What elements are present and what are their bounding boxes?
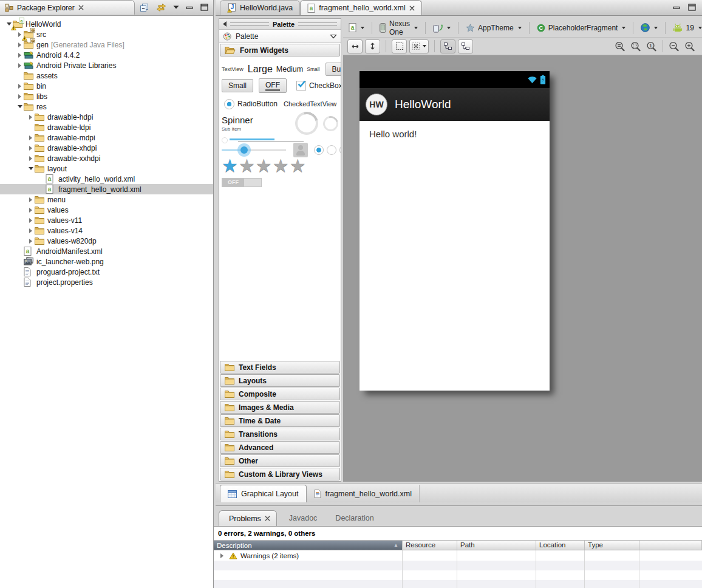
palette-medium-text[interactable]: Medium	[276, 65, 303, 74]
zoom-in-button[interactable]	[684, 41, 695, 52]
package-explorer-view-tab[interactable]: Package Explorer	[0, 0, 135, 15]
collapse-arrow-icon[interactable]	[16, 103, 24, 111]
tree-item-drawable-xhdpi[interactable]: drawable-xhdpi	[0, 143, 213, 153]
palette-radiobutton-label[interactable]: RadioButton	[237, 100, 278, 108]
zoom-100-button[interactable]: 1	[646, 41, 657, 52]
tree-item-values[interactable]: values	[0, 205, 213, 215]
expand-arrow-icon[interactable]	[218, 552, 226, 559]
view-tab-problems[interactable]: Problems	[219, 510, 277, 526]
tree-item-res[interactable]: res	[0, 101, 213, 112]
palette-small-text[interactable]: Small	[307, 66, 319, 72]
expand-arrow-icon[interactable]	[16, 62, 24, 69]
locale-button[interactable]	[639, 23, 659, 32]
expand-arrow-icon[interactable]	[27, 238, 35, 245]
tree-item-values-v14[interactable]: values-v14	[0, 225, 213, 236]
palette-spinner[interactable]: Spinner	[222, 115, 253, 125]
tree-item-assets[interactable]: assets	[0, 70, 213, 81]
category-custom-library-views[interactable]: Custom & Library Views	[220, 468, 340, 480]
palette-radiobutton-dot[interactable]	[224, 99, 234, 109]
hello-world-textview[interactable]: Hello world!	[369, 129, 417, 139]
collapse-arrow-icon[interactable]	[27, 165, 35, 173]
column-header-location[interactable]: Location	[536, 540, 585, 550]
palette-checkbox-label[interactable]: CheckBox	[309, 81, 341, 90]
tree-item-proguard-project-txt[interactable]: proguard-project.txt	[0, 267, 213, 277]
outline-collapse-button[interactable]	[440, 39, 455, 53]
outline-expand-button[interactable]	[458, 39, 473, 53]
minimize-button[interactable]	[186, 4, 194, 11]
expand-arrow-icon[interactable]	[27, 155, 35, 162]
design-surface[interactable]: HW HelloWorld Hello world!	[343, 55, 702, 482]
expand-arrow-icon[interactable]	[16, 93, 24, 100]
expand-arrow-icon[interactable]	[27, 114, 35, 121]
orientation-button[interactable]	[432, 23, 452, 33]
palette-dropdown[interactable]: Palette	[219, 30, 341, 43]
toggle-fill-width-button[interactable]	[347, 39, 363, 53]
bottom-tab-fragment-hello-world-xml[interactable]: fragment_hello_world.xml	[307, 485, 420, 502]
tree-item-ic-launcher-web-png[interactable]: ic_launcher-web.png	[0, 256, 213, 267]
show-margins-button[interactable]	[392, 39, 407, 53]
expand-to-fit-button[interactable]	[409, 39, 429, 53]
expand-arrow-icon[interactable]	[27, 207, 35, 214]
tree-item-drawable-mdpi[interactable]: drawable-mdpi	[0, 132, 213, 143]
tree-item-drawable-ldpi[interactable]: drawable-ldpi	[0, 122, 213, 132]
maximize-button[interactable]	[688, 4, 696, 11]
palette-radiogroup-empty[interactable]	[327, 145, 336, 155]
device-preview[interactable]: HW HelloWorld Hello world!	[360, 71, 550, 391]
column-header-resource[interactable]: Resource	[403, 540, 457, 550]
expand-arrow-icon[interactable]	[16, 83, 24, 90]
tree-item-layout[interactable]: layout	[0, 163, 213, 174]
close-icon[interactable]	[78, 5, 84, 10]
expand-arrow-icon[interactable]	[16, 41, 24, 49]
tree-item-menu[interactable]: menu	[0, 194, 213, 205]
category-form-widgets[interactable]: Form Widgets	[220, 44, 340, 56]
theme-button[interactable]: AppTheme	[465, 24, 523, 32]
collapse-left-icon[interactable]	[223, 21, 227, 27]
palette-ratingbar[interactable]: ★★★★★	[222, 157, 339, 175]
tree-item-android-4-4-2[interactable]: Android 4.4.2	[0, 50, 213, 60]
problems-row-warnings-2-items[interactable]: Warnings (2 items)	[214, 550, 702, 561]
palette-checkbox-box[interactable]	[296, 81, 306, 91]
expand-arrow-icon[interactable]	[27, 134, 35, 142]
fragment-button[interactable]: CPlaceholderFragment	[536, 24, 627, 32]
palette-togglebutton[interactable]: OFF	[259, 78, 287, 93]
editor-tab-fragment-hello-world-xml[interactable]: afragment_hello_world.xml	[300, 0, 421, 15]
device-content[interactable]: Hello world!	[360, 121, 550, 391]
palette-progressbar-large[interactable]	[291, 108, 322, 139]
view-tab-declaration[interactable]: Declaration	[325, 510, 380, 526]
view-tab-javadoc[interactable]: Javadoc	[279, 510, 324, 526]
tree-item-values-v11[interactable]: values-v11	[0, 215, 213, 225]
device-button[interactable]: Nexus One	[378, 19, 419, 36]
column-header-path[interactable]: Path	[457, 540, 536, 550]
palette-checkedtextview[interactable]: CheckedTextView	[284, 100, 336, 108]
palette-small-button[interactable]: Small	[222, 79, 253, 92]
api-level-button[interactable]: 19	[672, 23, 702, 33]
zoom-to-selection-button[interactable]	[630, 41, 641, 52]
column-header-type[interactable]: Type	[585, 540, 639, 550]
tree-item-androidmanifest-xml[interactable]: aAndroidManifest.xml	[0, 246, 213, 256]
category-transitions[interactable]: Transitions	[220, 428, 340, 440]
expand-arrow-icon[interactable]	[27, 227, 35, 234]
palette-radiogroup-selected[interactable]	[314, 145, 324, 155]
zoom-to-fit-button[interactable]	[615, 41, 625, 52]
toggle-fill-height-button[interactable]	[365, 39, 380, 53]
tree-item-drawable-xxhdpi[interactable]: drawable-xxhdpi	[0, 153, 213, 163]
category-time-date[interactable]: Time & Date	[220, 414, 340, 427]
bottom-tab-graphical-layout[interactable]: Graphical Layout	[220, 485, 307, 502]
editor-tab-helloworld-java[interactable]: JHelloWorld.java	[220, 0, 300, 15]
palette-radiogroup-empty[interactable]	[339, 145, 341, 155]
category-text-fields[interactable]: Text Fields	[220, 361, 340, 374]
minimize-button[interactable]	[673, 4, 681, 11]
column-header-description[interactable]: Description▲	[214, 540, 403, 550]
expand-arrow-icon[interactable]	[27, 145, 35, 152]
category-images-media[interactable]: Images & Media	[220, 401, 340, 414]
expand-arrow-icon[interactable]	[27, 217, 35, 224]
collapse-all-button[interactable]	[140, 3, 149, 12]
configuration-button[interactable]: a	[347, 23, 366, 32]
category-advanced[interactable]: Advanced	[220, 441, 340, 454]
tree-item-gen[interactable]: gen[Generated Java Files]	[0, 39, 213, 50]
category-other[interactable]: Other	[220, 454, 340, 467]
maximize-button[interactable]	[200, 4, 208, 11]
palette-switch[interactable]: OFF	[222, 178, 262, 187]
palette-large-text[interactable]: Large	[248, 64, 273, 75]
tree-item-project-properties[interactable]: project.properties	[0, 277, 213, 287]
